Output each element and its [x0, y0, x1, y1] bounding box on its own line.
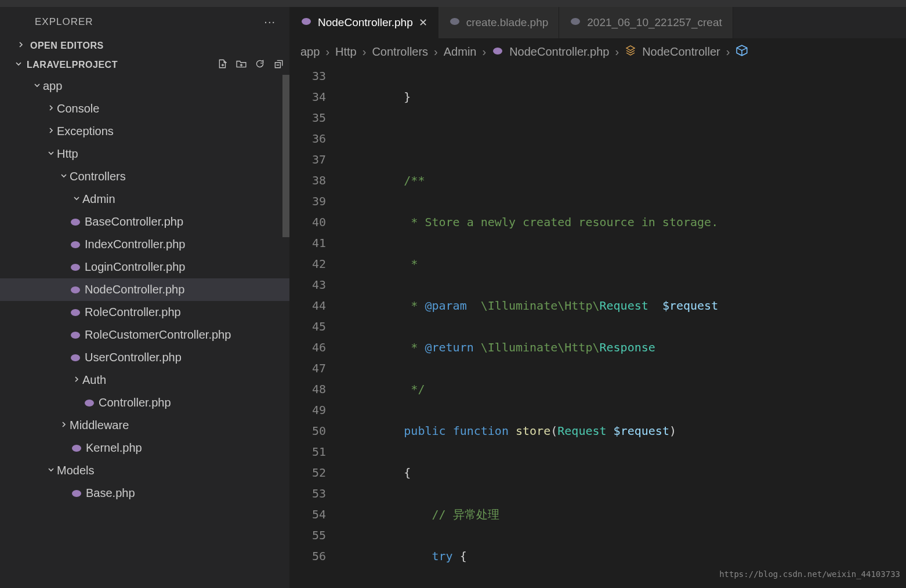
tab-node-controller[interactable]: NodeController.php ✕: [290, 7, 438, 38]
breadcrumb-item[interactable]: NodeController.php: [509, 45, 609, 59]
svg-point-6: [71, 354, 80, 361]
chevron-right-icon: [71, 373, 82, 387]
folder-exceptions[interactable]: Exceptions: [0, 120, 289, 143]
file-label: RoleCustomerController.php: [85, 328, 231, 342]
file-login-controller[interactable]: LoginController.php: [0, 256, 289, 278]
cube-icon: [735, 44, 748, 60]
file-role-controller[interactable]: RoleController.php: [0, 301, 289, 324]
code-text: * Store a newly created resource in stor…: [348, 215, 718, 229]
file-tree[interactable]: app Console Exceptions Http Controllers …: [0, 75, 289, 588]
code-text: \Illuminate\Http\: [467, 299, 600, 313]
code-text: public: [404, 424, 445, 438]
refresh-icon[interactable]: [255, 59, 265, 71]
close-icon[interactable]: ✕: [419, 16, 427, 29]
folder-label: Console: [57, 102, 99, 115]
folder-auth[interactable]: Auth: [0, 369, 289, 391]
code-text: */: [348, 382, 425, 396]
file-controller[interactable]: Controller.php: [0, 391, 289, 414]
line-number: 53: [290, 483, 326, 504]
svg-point-10: [302, 18, 311, 25]
code-text: *: [348, 340, 425, 354]
open-editors-section[interactable]: OPEN EDITORS: [0, 37, 289, 55]
breadcrumbs[interactable]: app › Http › Controllers › Admin › NodeC…: [290, 38, 906, 66]
tab-migration[interactable]: 2021_06_10_221257_creat: [559, 7, 733, 38]
folder-http[interactable]: Http: [0, 143, 289, 165]
folder-admin[interactable]: Admin: [0, 188, 289, 210]
code-text: ): [669, 424, 676, 438]
php-icon: [492, 45, 503, 59]
breadcrumb-item[interactable]: Http: [335, 45, 357, 59]
watermark: https://blog.csdn.net/weixin_44103733: [719, 564, 900, 585]
new-file-icon[interactable]: [218, 59, 228, 71]
svg-point-1: [71, 241, 80, 248]
file-base-controller[interactable]: BaseController.php: [0, 210, 289, 233]
chevron-down-icon: [31, 79, 43, 93]
file-label: NodeController.php: [85, 283, 184, 296]
code-text: [607, 424, 614, 438]
chevron-down-icon: [45, 464, 57, 477]
explorer-header: EXPLORER ···: [0, 7, 289, 37]
main-area: EXPLORER ··· OPEN EDITORS LARAVELPROJECT: [0, 7, 906, 588]
folder-controllers[interactable]: Controllers: [0, 165, 289, 188]
svg-point-13: [493, 48, 502, 55]
file-role-customer-controller[interactable]: RoleCustomerController.php: [0, 324, 289, 346]
folder-label: Http: [57, 147, 78, 161]
tab-label: 2021_06_10_221257_creat: [587, 16, 722, 29]
folder-app[interactable]: app: [0, 75, 289, 97]
php-icon: [570, 16, 581, 29]
folder-models[interactable]: Models: [0, 459, 289, 482]
folder-console[interactable]: Console: [0, 97, 289, 120]
breadcrumb-item[interactable]: Controllers: [372, 45, 428, 59]
php-icon: [68, 353, 82, 362]
chevron-right-icon: ›: [726, 45, 730, 59]
php-icon: [68, 308, 82, 317]
project-header[interactable]: LARAVELPROJECT: [0, 55, 289, 75]
code-text: $request: [662, 299, 718, 313]
code-text: {: [453, 549, 467, 563]
collapse-all-icon[interactable]: [273, 59, 284, 71]
svg-point-12: [571, 18, 580, 25]
php-icon: [70, 489, 84, 498]
chevron-right-icon: [16, 40, 26, 52]
breadcrumb-item[interactable]: app: [300, 45, 320, 59]
more-icon[interactable]: ···: [264, 15, 276, 28]
line-number: 37: [290, 149, 326, 170]
file-user-controller[interactable]: UserController.php: [0, 346, 289, 369]
file-label: BaseController.php: [85, 215, 183, 228]
code-content[interactable]: } /** * Store a newly created resource i…: [342, 66, 906, 588]
code-text: store: [516, 424, 550, 438]
breadcrumb-item[interactable]: Admin: [444, 45, 477, 59]
code-text: *: [348, 257, 418, 271]
file-index-controller[interactable]: IndexController.php: [0, 233, 289, 256]
code-text: }: [348, 90, 411, 104]
tab-label: NodeController.php: [318, 16, 413, 29]
chevron-right-icon: ›: [325, 45, 329, 59]
chevron-right-icon: [45, 102, 57, 115]
chevron-down-icon: [14, 59, 23, 71]
folder-label: Middleware: [70, 419, 129, 432]
code-text: try: [432, 549, 453, 563]
scrollbar-thumb[interactable]: [282, 75, 289, 237]
php-icon: [68, 285, 82, 295]
chevron-down-icon: [71, 193, 82, 206]
new-folder-icon[interactable]: [236, 59, 247, 71]
file-kernel[interactable]: Kernel.php: [0, 437, 289, 459]
folder-middleware[interactable]: Middleware: [0, 414, 289, 437]
tab-create-blade[interactable]: create.blade.php: [438, 7, 560, 38]
php-icon: [68, 217, 82, 227]
code-text: @return: [425, 340, 473, 354]
code-text: [648, 299, 662, 313]
file-node-controller[interactable]: NodeController.php: [0, 278, 289, 301]
line-number: 39: [290, 191, 326, 212]
chevron-right-icon: ›: [434, 45, 438, 59]
code-text: [509, 424, 516, 438]
code-text: [348, 424, 404, 438]
svg-point-2: [71, 264, 80, 271]
code-area[interactable]: 33 34 35 36 37 38 39 40 41 42 43 44 45 4…: [290, 66, 906, 588]
file-label: Base.php: [86, 487, 135, 500]
project-name: LARAVELPROJECT: [27, 60, 118, 70]
sidebar: EXPLORER ··· OPEN EDITORS LARAVELPROJECT: [0, 7, 290, 588]
line-number: 43: [290, 274, 326, 295]
breadcrumb-item[interactable]: NodeController: [642, 45, 720, 59]
file-base[interactable]: Base.php: [0, 482, 289, 504]
